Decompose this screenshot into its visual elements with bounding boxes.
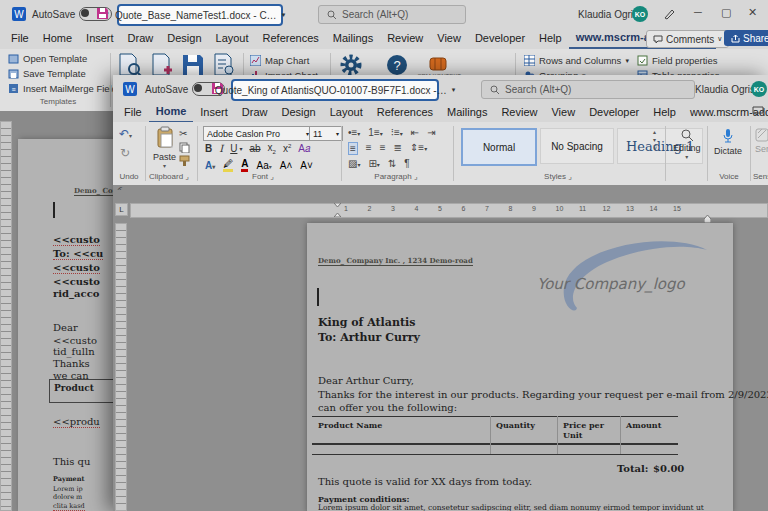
front-menu-tab-draw[interactable]: Draw xyxy=(235,104,275,122)
front-menu-tab-mailings[interactable]: Mailings xyxy=(440,104,494,122)
text-effect-a-button[interactable]: A▾ xyxy=(205,160,215,171)
doc-magnifier-icon[interactable] xyxy=(117,53,143,77)
paste-button[interactable]: Paste ▾ xyxy=(153,126,176,169)
back-document-page[interactable]: Product Demo_ Com<<custoTo: <<cu<<custo<… xyxy=(18,139,113,511)
back-document-title[interactable]: Quote_Base_NameTest1.docx - C… ▾ xyxy=(117,4,283,26)
styles-scroll-up-icon[interactable]: ▴ xyxy=(653,128,657,135)
user-avatar[interactable]: KO xyxy=(751,81,767,97)
insert-mailmerge-fields-button[interactable]: ≡ Insert MailMerge Fields xyxy=(8,83,122,94)
front-document-title[interactable]: Quote_King of AtlantisQUO-01007-B9F7F1.d… xyxy=(231,79,439,101)
dialog-launcher-icon[interactable]: ⌟ xyxy=(414,172,418,181)
sort-button[interactable]: ⇅ xyxy=(388,158,396,169)
front-menu-tab-help[interactable]: Help xyxy=(646,104,683,122)
back-menu-tab-help[interactable]: Help xyxy=(532,30,569,48)
minimize-button[interactable]: ─ xyxy=(694,6,702,18)
show-paragraph-marks-button[interactable]: ¶ xyxy=(404,158,409,169)
multilevel-list-button[interactable]: ⁝≡▾ xyxy=(391,127,403,138)
numbering-button[interactable]: 1≡▾ xyxy=(368,127,382,138)
comments-icon[interactable] xyxy=(752,106,764,117)
ink-pen-icon[interactable] xyxy=(663,8,675,20)
subscript-button[interactable]: x2 xyxy=(268,142,276,155)
strikethrough-button[interactable]: ab xyxy=(249,143,260,154)
decrease-indent-button[interactable]: ⇤ xyxy=(411,127,419,138)
back-menu-tab-home[interactable]: Home xyxy=(36,30,79,48)
doc-add-icon[interactable] xyxy=(150,53,176,77)
maximize-button[interactable]: ▢ xyxy=(721,6,731,19)
increase-indent-button[interactable]: ⇥ xyxy=(427,127,435,138)
front-menu-tab-design[interactable]: Design xyxy=(274,104,322,122)
redo-button[interactable]: ↻ xyxy=(120,146,130,160)
user-avatar[interactable]: KO xyxy=(632,6,648,22)
back-menu-tab-design[interactable]: Design xyxy=(160,30,208,48)
back-menu-tab-mailings[interactable]: Mailings xyxy=(326,30,380,48)
share-button[interactable]: Share xyxy=(724,30,768,46)
styles-scroll-down-icon[interactable]: ▾ xyxy=(653,136,657,143)
editing-button[interactable]: Editing ▾ xyxy=(673,129,701,160)
user-name[interactable]: Klaudia Ogris xyxy=(695,84,755,95)
collapse-ribbon-icon[interactable]: ⌃̄ xyxy=(116,187,123,196)
styles-more-icon[interactable]: ⊽ xyxy=(653,144,657,151)
dialog-launcher-icon[interactable]: ⌟ xyxy=(185,172,189,181)
style-no-spacing[interactable]: No Spacing xyxy=(540,128,614,164)
tab-stop-selector[interactable]: L xyxy=(115,203,128,216)
back-menu-tab-draw[interactable]: Draw xyxy=(121,30,161,48)
highlight-button[interactable]: 🖉 xyxy=(223,158,233,172)
back-menu-tab-insert[interactable]: Insert xyxy=(79,30,121,48)
back-menu-tab-layout[interactable]: Layout xyxy=(209,30,256,48)
superscript-button[interactable]: x2 xyxy=(283,143,291,154)
undo-button[interactable]: ↶▾ xyxy=(119,127,132,141)
settings-gear-icon[interactable] xyxy=(340,54,362,76)
front-menu-tab-review[interactable]: Review xyxy=(494,104,544,122)
align-right-button[interactable]: ≡ xyxy=(380,142,386,155)
italic-button[interactable]: I xyxy=(219,143,223,154)
align-center-button[interactable]: ≡ xyxy=(366,142,372,155)
bullets-button[interactable]: •≡▾ xyxy=(348,127,360,138)
back-menu-tab-references[interactable]: References xyxy=(256,30,326,48)
front-menu-tab-layout[interactable]: Layout xyxy=(323,104,370,122)
style-normal[interactable]: Normal xyxy=(461,128,537,166)
front-menu-tab-insert[interactable]: Insert xyxy=(193,104,235,122)
grow-font-button[interactable]: A˄ xyxy=(280,160,293,171)
back-menu-tab-developer[interactable]: Developer xyxy=(468,30,532,48)
save-template-button[interactable]: Save Template xyxy=(8,68,86,79)
crm-database-icon[interactable] xyxy=(428,55,448,73)
change-case-button[interactable]: Aa▾ xyxy=(256,160,271,171)
copy-icon[interactable] xyxy=(179,142,190,153)
indent-marker[interactable] xyxy=(334,203,341,217)
back-search-box[interactable]: Search (Alt+Q) xyxy=(318,5,466,24)
front-menu-tab-references[interactable]: References xyxy=(370,104,440,122)
justify-button[interactable]: ≣ xyxy=(394,142,402,155)
back-menu-tab-view[interactable]: View xyxy=(430,30,468,48)
title-dropdown-icon[interactable]: ▾ xyxy=(282,11,286,19)
line-spacing-button[interactable]: ⇕≡▾ xyxy=(410,142,427,155)
format-painter-icon[interactable] xyxy=(179,155,190,166)
front-search-box[interactable]: Search (Alt+Q) xyxy=(481,80,695,99)
text-effects-button[interactable]: A𝑎 xyxy=(298,143,310,155)
comments-button[interactable]: Comments ∨ xyxy=(646,30,729,48)
shrink-font-button[interactable]: A˅ xyxy=(300,160,313,171)
close-button[interactable]: ✕ xyxy=(748,6,757,19)
rows-and-columns-button[interactable]: Rows and Columns▾ xyxy=(524,55,629,66)
front-menu-tab-view[interactable]: View xyxy=(544,104,582,122)
dictate-button[interactable]: Dictate xyxy=(714,128,742,156)
dialog-launcher-icon[interactable]: ⌟ xyxy=(270,172,274,181)
borders-button[interactable]: ⊞▾ xyxy=(368,158,379,169)
font-color-button[interactable]: A xyxy=(241,158,248,172)
dialog-launcher-icon[interactable]: ⌟ xyxy=(568,172,572,181)
field-properties-button[interactable]: Field properties xyxy=(637,55,717,66)
title-dropdown-icon[interactable]: ▾ xyxy=(452,86,456,94)
underline-button[interactable]: U xyxy=(230,143,237,154)
open-template-button[interactable]: Open Template xyxy=(8,53,87,64)
save-floppy-icon[interactable] xyxy=(182,54,204,76)
back-menu-tab-file[interactable]: File xyxy=(4,30,36,48)
front-menu-tab-developer[interactable]: Developer xyxy=(582,104,646,122)
back-menu-tab-review[interactable]: Review xyxy=(380,30,430,48)
cut-button[interactable]: ✂ xyxy=(179,128,187,139)
front-menu-tab-home[interactable]: Home xyxy=(149,103,194,123)
map-chart-button[interactable]: Map Chart xyxy=(250,55,309,66)
front-menu-tab-file[interactable]: File xyxy=(117,104,149,122)
save-icon[interactable] xyxy=(96,7,109,20)
bold-button[interactable]: B xyxy=(205,143,212,154)
front-document-page[interactable]: Demo_ Company Inc. , 1234 Demo-road Your… xyxy=(307,223,733,511)
font-name-combobox[interactable]: Adobe Caslon Pro▾ xyxy=(203,126,313,141)
